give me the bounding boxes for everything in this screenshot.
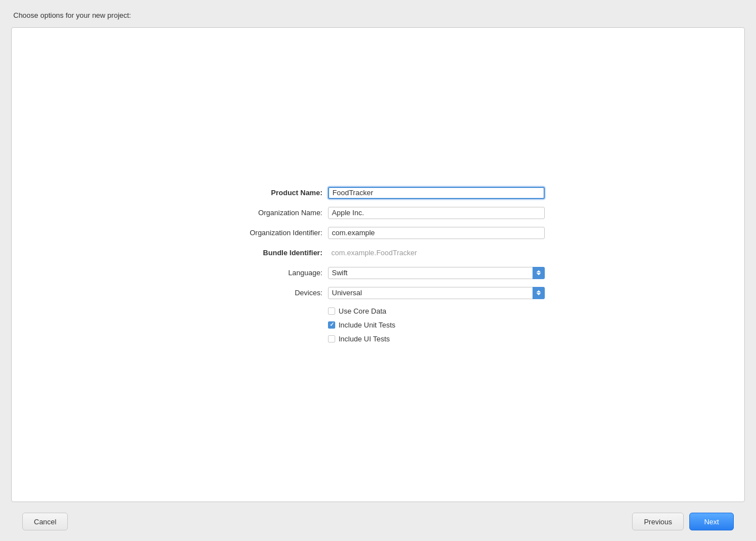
org-name-input[interactable] [328,207,545,219]
org-name-label: Organization Name: [211,209,322,217]
dialog-content: Product Name: Organization Name: Organiz… [11,27,745,502]
footer-left: Cancel [22,513,68,530]
org-identifier-label: Organization Identifier: [211,229,322,237]
dialog-title: Choose options for your new project: [11,11,745,19]
bundle-identifier-label: Bundle Identifier: [211,249,322,257]
form-container: Product Name: Organization Name: Organiz… [211,187,545,343]
use-core-data-checkbox[interactable] [328,307,335,315]
language-label: Language: [211,269,322,277]
language-select[interactable]: Swift Objective-C [328,267,545,279]
use-core-data-label: Use Core Data [339,307,386,315]
language-select-wrapper: Swift Objective-C [328,267,545,279]
include-unit-tests-label: Include Unit Tests [339,321,395,329]
cancel-button[interactable]: Cancel [22,513,68,530]
devices-label: Devices: [211,289,322,297]
org-identifier-input[interactable] [328,227,545,239]
bundle-identifier-value: com.example.FoodTracker [328,247,545,259]
product-name-row: Product Name: [211,187,545,199]
next-button[interactable]: Next [689,513,734,530]
product-name-input[interactable] [328,187,545,199]
checkboxes-area: Use Core Data Include Unit Tests Include… [328,307,545,343]
org-name-row: Organization Name: [211,207,545,219]
footer-right: Previous Next [632,513,734,530]
devices-row: Devices: Universal iPhone iPad [211,287,545,299]
include-ui-tests-checkbox[interactable] [328,335,335,343]
product-name-label: Product Name: [211,188,322,197]
include-ui-tests-row[interactable]: Include UI Tests [328,335,545,343]
devices-select[interactable]: Universal iPhone iPad [328,287,545,299]
include-unit-tests-checkbox[interactable] [328,321,335,329]
use-core-data-row[interactable]: Use Core Data [328,307,545,315]
previous-button[interactable]: Previous [632,513,684,530]
devices-select-wrapper: Universal iPhone iPad [328,287,545,299]
language-row: Language: Swift Objective-C [211,267,545,279]
bundle-identifier-row: Bundle Identifier: com.example.FoodTrack… [211,247,545,259]
dialog-footer: Cancel Previous Next [11,502,745,541]
dialog: Choose options for your new project: Pro… [0,0,756,541]
include-ui-tests-label: Include UI Tests [339,335,390,343]
org-identifier-row: Organization Identifier: [211,227,545,239]
include-unit-tests-row[interactable]: Include Unit Tests [328,321,545,329]
